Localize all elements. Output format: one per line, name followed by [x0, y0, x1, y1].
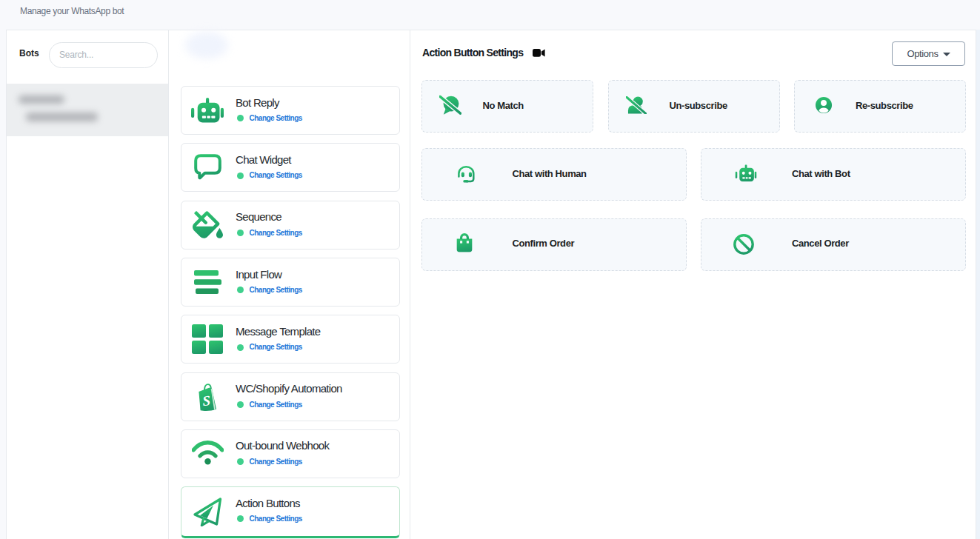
svg-text:S: S [202, 392, 211, 409]
